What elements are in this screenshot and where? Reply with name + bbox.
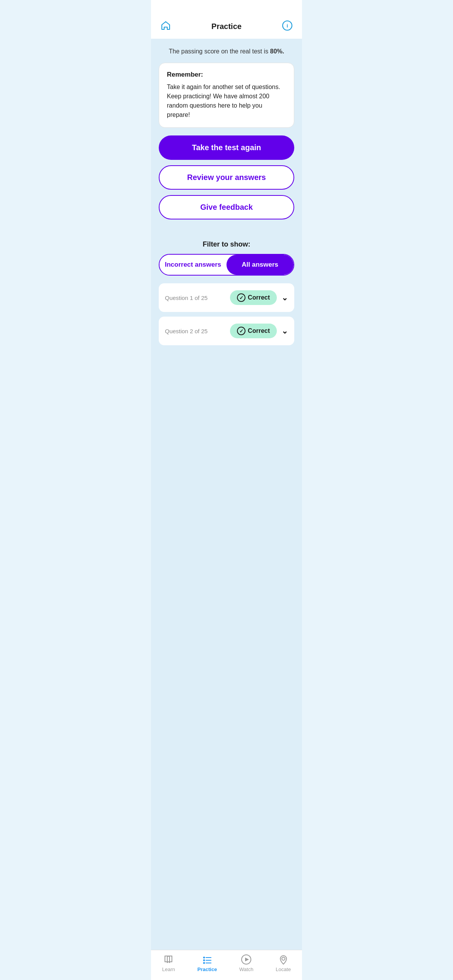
- svg-point-4: [203, 959, 205, 961]
- question-list: Question 1 of 25 Correct ⌄ Question 2 of…: [151, 283, 302, 345]
- check-icon: [237, 327, 245, 335]
- header: Practice i: [151, 0, 302, 39]
- chevron-down-icon: ⌄: [281, 326, 288, 336]
- nav-item-learn[interactable]: Learn: [162, 954, 175, 972]
- remember-body: Take it again for another set of questio…: [167, 82, 286, 120]
- svg-point-2: [203, 957, 205, 958]
- question-label: Question 1 of 25: [165, 295, 208, 301]
- nav-label-learn: Learn: [162, 966, 175, 972]
- play-icon: [241, 954, 252, 965]
- nav-label-watch: Watch: [239, 966, 253, 972]
- correct-badge: Correct: [230, 324, 277, 338]
- nav-item-locate[interactable]: Locate: [276, 954, 291, 972]
- remember-card: Remember: Take it again for another set …: [159, 63, 294, 128]
- list-icon: [202, 954, 213, 965]
- svg-text:i: i: [287, 23, 288, 29]
- filter-all-option[interactable]: All answers: [226, 255, 293, 275]
- info-icon[interactable]: i: [282, 20, 293, 33]
- filter-section: Filter to show: Incorrect answers All an…: [151, 233, 302, 283]
- correct-badge: Correct: [230, 290, 277, 305]
- correct-label: Correct: [248, 294, 270, 301]
- bottom-nav: Learn Practice Watch: [151, 950, 302, 980]
- table-row[interactable]: Question 1 of 25 Correct ⌄: [159, 283, 294, 312]
- home-icon[interactable]: [160, 20, 171, 33]
- nav-label-practice: Practice: [197, 966, 217, 972]
- nav-label-locate: Locate: [276, 966, 291, 972]
- top-section: The passing score on the real test is 80…: [151, 39, 302, 233]
- nav-item-watch[interactable]: Watch: [239, 954, 253, 972]
- filter-title: Filter to show:: [159, 240, 294, 248]
- svg-point-6: [203, 962, 205, 964]
- locate-icon: [278, 954, 289, 965]
- nav-item-practice[interactable]: Practice: [197, 954, 217, 972]
- take-again-button[interactable]: Take the test again: [159, 135, 294, 160]
- correct-label: Correct: [248, 327, 270, 334]
- review-answers-button[interactable]: Review your answers: [159, 165, 294, 190]
- svg-marker-9: [245, 958, 249, 961]
- table-row[interactable]: Question 2 of 25 Correct ⌄: [159, 317, 294, 345]
- question-label: Question 2 of 25: [165, 328, 208, 334]
- main-content: The passing score on the real test is 80…: [151, 39, 302, 980]
- remember-heading: Remember:: [167, 71, 286, 79]
- svg-point-10: [282, 957, 285, 960]
- give-feedback-button[interactable]: Give feedback: [159, 195, 294, 219]
- filter-incorrect-option[interactable]: Incorrect answers: [160, 255, 226, 275]
- check-icon: [237, 293, 245, 302]
- page-title: Practice: [211, 22, 242, 31]
- passing-score-text: The passing score on the real test is 80…: [159, 48, 294, 55]
- book-icon: [163, 954, 174, 965]
- chevron-down-icon: ⌄: [281, 293, 288, 302]
- filter-toggle: Incorrect answers All answers: [159, 254, 294, 276]
